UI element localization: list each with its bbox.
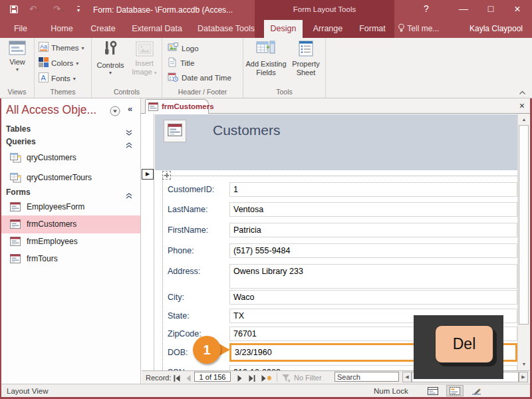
tab-external-data[interactable]: External Data [126, 20, 188, 38]
record-position[interactable]: 1 of 156 [194, 372, 231, 382]
nav-item-employeesform[interactable]: EmployeesForm [1, 198, 140, 216]
fonts-icon: A [39, 72, 49, 85]
right-triangle-icon: ▶ [146, 171, 150, 177]
close-icon[interactable]: × [510, 3, 525, 15]
document-tab-frmcustomers[interactable]: frmCustomers [145, 99, 209, 114]
form-view-button[interactable] [424, 385, 442, 396]
field-row-firstname: FirstName: Patricia [168, 223, 517, 237]
ribbon-group-header-footer: Logo Title Date and Time Header / Footer [162, 38, 243, 98]
form-icon [168, 124, 182, 139]
field-value-box[interactable]: Patricia [229, 223, 517, 237]
nav-item-frmcustomers[interactable]: frmCustomers [1, 215, 140, 233]
themes-button[interactable]: Aa Themes▾ [39, 41, 90, 55]
num-lock-label: Num Lock [374, 387, 408, 395]
field-label[interactable]: Phone: [168, 246, 194, 255]
callout-badge-1: 1 [193, 336, 221, 364]
tab-design[interactable]: Design [264, 20, 303, 38]
save-icon[interactable] [9, 5, 19, 16]
window-border-left [0, 98, 1, 399]
nav-section-queries[interactable]: Queries [1, 136, 140, 148]
minimize-icon[interactable]: — [456, 3, 471, 14]
tab-arrange[interactable]: Arrange [307, 20, 348, 38]
scroll-up-icon[interactable]: ▲ [519, 114, 529, 125]
new-record-icon[interactable] [261, 373, 273, 382]
collapse-ribbon-icon[interactable] [519, 86, 526, 98]
tab-database-tools[interactable]: Database Tools [193, 20, 259, 38]
ribbon-group-themes: Aa Themes▾ Colors▾ A Fonts▾ Themes [35, 38, 92, 98]
date-time-button[interactable]: Date and Time [168, 71, 231, 84]
field-value-box[interactable]: 1 [229, 182, 517, 197]
field-value-box[interactable]: (517) 555-9484 [229, 243, 517, 258]
field-label[interactable]: City: [168, 293, 184, 302]
hscroll-left-icon[interactable]: ◀ [402, 372, 412, 382]
help-icon[interactable]: ? [419, 3, 434, 14]
property-sheet-button[interactable]: Property Sheet [289, 41, 323, 77]
field-value-box[interactable]: Owens Library 233 [229, 264, 517, 289]
search-input[interactable] [334, 372, 399, 382]
close-document-icon[interactable]: × [519, 100, 525, 111]
colors-icon [39, 57, 49, 70]
field-row-lastname: LastName: Ventosa [168, 202, 517, 217]
quick-access-dropdown-icon[interactable]: ▾ [77, 6, 80, 13]
last-record-icon[interactable] [248, 373, 258, 382]
scrollbar-thumb[interactable] [519, 125, 529, 325]
table-add-column-icon [256, 48, 276, 59]
layout-view-button[interactable] [446, 385, 464, 396]
tab-format[interactable]: Format [352, 20, 392, 38]
svg-text:Aa: Aa [40, 43, 47, 50]
previous-record-icon[interactable] [184, 373, 194, 382]
ribbon-group-views: View ▾ Views [0, 38, 35, 98]
field-label[interactable]: ZipCode: [168, 329, 201, 338]
nav-section-tables[interactable]: Tables [1, 124, 140, 136]
group-label-controls: Controls [92, 88, 162, 96]
title-button[interactable]: Title [168, 57, 194, 70]
first-record-icon[interactable] [173, 373, 183, 382]
scroll-down-icon[interactable]: ▼ [519, 359, 529, 370]
tell-me-box[interactable]: Tell me... [398, 20, 439, 38]
view-button[interactable]: View ▾ [3, 41, 32, 72]
design-view-button[interactable] [468, 385, 485, 396]
nav-item-frmtours[interactable]: frmTours [1, 250, 140, 268]
vertical-scrollbar[interactable]: ▲ ▼ [517, 114, 529, 370]
svg-text:A: A [41, 73, 47, 81]
field-value-box[interactable]: Waco [229, 290, 517, 305]
next-record-icon[interactable] [236, 373, 246, 382]
controls-button[interactable]: Controls ▾ [94, 41, 126, 76]
filter-icon [281, 373, 291, 382]
colors-button[interactable]: Colors▾ [39, 56, 90, 70]
field-label[interactable]: CustomerID: [168, 185, 214, 194]
logo-button[interactable]: Logo [168, 42, 199, 55]
status-bar: Layout View Num Lock [1, 384, 531, 397]
nav-pane-title: All Access Obje... [6, 103, 96, 117]
fonts-button[interactable]: A Fonts▾ [39, 71, 90, 86]
nav-section-forms[interactable]: Forms [1, 187, 140, 199]
shutter-close-icon[interactable]: « [128, 104, 132, 114]
current-record-marker[interactable]: ▶ [142, 169, 154, 180]
tab-file[interactable]: File [5, 20, 36, 38]
form-title: Customers [213, 122, 281, 138]
nav-item-qrycustomers[interactable]: qryCustomers [1, 149, 140, 167]
no-filter-label[interactable]: No Filter [294, 374, 322, 382]
form-icon [148, 102, 158, 114]
field-value-box[interactable]: Ventosa [229, 202, 517, 217]
field-row-customerid: CustomerID: 1 [168, 182, 517, 197]
document-tab-bar: frmCustomers × [141, 98, 530, 114]
field-label[interactable]: DOB: [168, 348, 188, 357]
field-label[interactable]: Address: [168, 267, 200, 276]
field-label[interactable]: State: [168, 311, 190, 321]
field-label[interactable]: LastName: [168, 205, 207, 214]
hscroll-right-icon[interactable]: ▶ [519, 372, 528, 382]
field-label[interactable]: FirstName: [168, 225, 208, 235]
picture-icon [136, 47, 154, 59]
user-account[interactable]: Kayla Claypool [463, 20, 529, 38]
nav-item-frmemployees[interactable]: frmEmployees [1, 233, 140, 251]
form-icon [10, 219, 21, 231]
add-existing-fields-button[interactable]: Add Existing Fields [245, 41, 287, 77]
maximize-icon[interactable]: □ [483, 3, 498, 14]
tab-home[interactable]: Home [44, 20, 80, 38]
tab-create[interactable]: Create [85, 20, 121, 38]
nav-menu-dropdown-icon[interactable] [110, 106, 120, 119]
form-view-icon [9, 46, 26, 57]
form-header[interactable]: Customers [155, 114, 517, 170]
nav-item-qrycustomertours[interactable]: qryCustomerTours [1, 169, 140, 187]
